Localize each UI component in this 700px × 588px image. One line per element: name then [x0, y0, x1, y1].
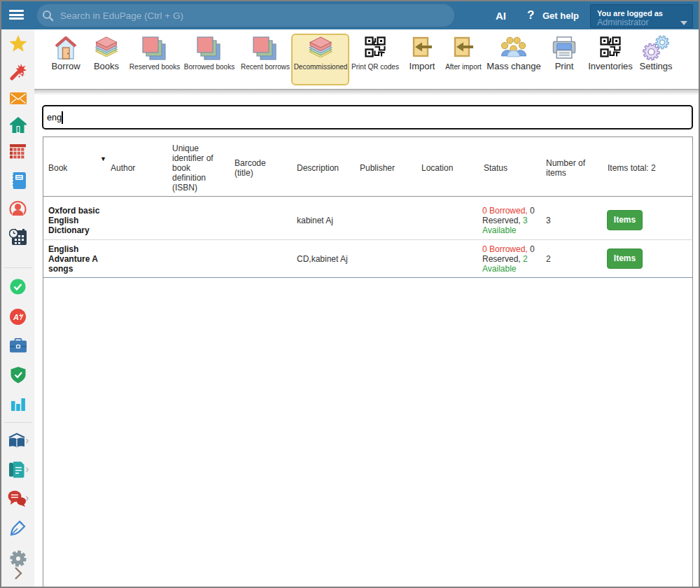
svg-text:A: A	[13, 313, 19, 321]
svg-text:+: +	[19, 312, 22, 319]
